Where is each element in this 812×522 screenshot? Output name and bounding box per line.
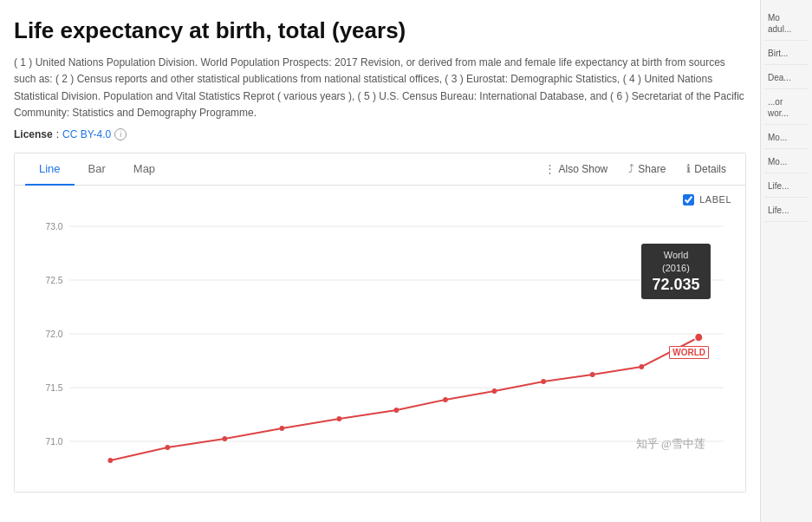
- tab-bar[interactable]: Bar: [75, 153, 120, 186]
- svg-text:72.5: 72.5: [45, 275, 62, 285]
- share-button[interactable]: ⤴ Share: [620, 158, 674, 179]
- chart-section: Line Bar Map ⋮ Also Show ⤴ Share ℹ: [14, 153, 746, 493]
- tab-group: Line Bar Map: [25, 153, 536, 185]
- chart-canvas: 73.0 72.5 72.0 71.5 71.0: [29, 209, 731, 478]
- svg-text:73.0: 73.0: [45, 221, 62, 232]
- details-button[interactable]: ℹ Details: [678, 158, 735, 179]
- also-show-icon: ⋮: [544, 162, 555, 175]
- chart-toolbar: Line Bar Map ⋮ Also Show ⤴ Share ℹ: [15, 153, 745, 186]
- svg-point-17: [443, 397, 448, 402]
- sidebar-item-4[interactable]: Mo...: [764, 127, 809, 149]
- label-checkbox-text: LABEL: [699, 194, 731, 205]
- svg-point-19: [541, 379, 546, 384]
- label-checkbox[interactable]: [683, 194, 694, 206]
- line-chart-svg: 73.0 72.5 72.0 71.5 71.0: [29, 209, 731, 478]
- label-row: LABEL: [29, 194, 731, 206]
- toolbar-actions: ⋮ Also Show ⤴ Share ℹ Details: [536, 158, 735, 179]
- world-data-label: WORLD: [669, 346, 709, 359]
- sidebar-item-3[interactable]: ...orwor...: [764, 91, 809, 125]
- share-label: Share: [638, 163, 666, 175]
- svg-point-10: [695, 333, 703, 342]
- chart-area: LABEL 73.0 72.5 72.0 71.5: [15, 186, 745, 492]
- info-icon[interactable]: i: [114, 128, 127, 140]
- sidebar-item-5[interactable]: Mo...: [764, 151, 809, 173]
- license-label: License: [14, 128, 53, 140]
- also-show-label: Also Show: [559, 163, 608, 175]
- sidebar-item-7[interactable]: Life...: [764, 199, 809, 222]
- svg-point-18: [492, 388, 497, 394]
- details-icon: ℹ: [686, 162, 691, 175]
- svg-point-16: [394, 408, 400, 413]
- svg-point-20: [590, 372, 595, 377]
- svg-point-12: [165, 445, 170, 450]
- sidebar-item-0[interactable]: Moadul...: [764, 7, 809, 41]
- sidebar-item-1[interactable]: Birt...: [764, 42, 809, 65]
- tab-map[interactable]: Map: [120, 153, 169, 186]
- details-label: Details: [694, 163, 726, 175]
- page-title: Life expectancy at birth, total (years): [14, 17, 746, 44]
- svg-point-21: [639, 364, 644, 369]
- share-icon: ⤴: [628, 162, 634, 175]
- svg-text:71.5: 71.5: [45, 382, 62, 393]
- license-colon: :: [56, 128, 59, 140]
- svg-point-13: [222, 436, 227, 441]
- sidebar: Moadul... Birt... Dea... ...orwor... Mo.…: [760, 0, 812, 522]
- also-show-button[interactable]: ⋮ Also Show: [536, 158, 617, 179]
- svg-text:71.0: 71.0: [45, 436, 62, 447]
- svg-point-15: [337, 416, 342, 421]
- description-text: ( 1 ) United Nations Population Division…: [14, 55, 746, 121]
- svg-point-11: [107, 458, 113, 463]
- svg-point-14: [280, 426, 285, 431]
- license-link[interactable]: CC BY-4.0: [62, 128, 111, 140]
- tab-line[interactable]: Line: [25, 153, 75, 186]
- sidebar-item-6[interactable]: Life...: [764, 175, 809, 198]
- sidebar-item-2[interactable]: Dea...: [764, 67, 809, 89]
- svg-text:72.0: 72.0: [45, 329, 62, 339]
